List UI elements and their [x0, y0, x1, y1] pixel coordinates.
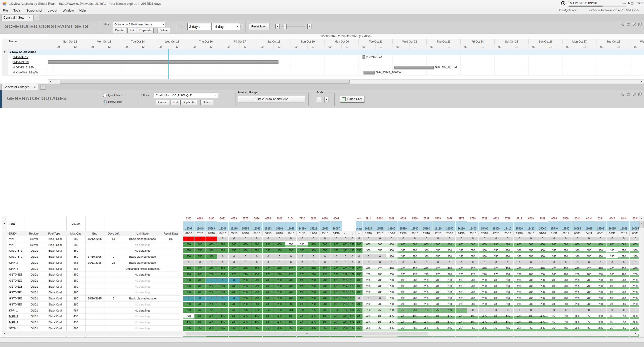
date-header[interactable]: 05/10	[229, 231, 240, 236]
capacity-cell[interactable]: 350	[285, 248, 297, 254]
capacity-cell[interactable]: 350	[183, 254, 194, 260]
capacity-cell[interactable]: 280	[274, 278, 285, 284]
capacity-cell[interactable]: 280	[374, 278, 386, 284]
capacity-cell[interactable]: 0	[356, 295, 363, 301]
capacity-cell[interactable]: 350	[456, 248, 467, 254]
capacity-cell[interactable]: 0	[560, 236, 572, 242]
capacity-cell[interactable]: 365	[479, 325, 490, 331]
capacity-cell[interactable]: 435	[514, 313, 525, 319]
capacity-cell[interactable]: 0	[308, 260, 319, 266]
capacity-cell[interactable]: 280	[319, 301, 331, 307]
capacity-cell[interactable]: 280	[525, 278, 537, 284]
capacity-cell[interactable]: 170	[349, 290, 356, 296]
capacity-cell[interactable]: 270	[251, 272, 263, 278]
capacity-cell[interactable]: 235	[342, 290, 349, 296]
capacity-cell[interactable]: 660	[525, 242, 537, 248]
capacity-cell[interactable]: 280	[217, 284, 228, 290]
date-header[interactable]: 21/10	[421, 231, 432, 236]
date-header[interactable]: 24/10	[456, 231, 467, 236]
capacity-cell[interactable]: 660	[490, 242, 502, 248]
capacity-cell[interactable]: 280	[297, 295, 308, 301]
capacity-cell[interactable]: 280	[618, 295, 630, 301]
capacity-cell[interactable]: 280	[240, 301, 251, 307]
capacity-cell[interactable]: 350	[572, 319, 583, 325]
capacity-cell[interactable]: 660	[409, 242, 421, 248]
capacity-cell[interactable]: 280	[363, 278, 374, 284]
capacity-cell[interactable]: 350	[432, 248, 444, 254]
capacity-cell[interactable]: 660	[308, 242, 319, 248]
capacity-cell[interactable]: 280	[467, 290, 479, 296]
capacity-cell[interactable]: 280	[514, 284, 525, 290]
capacity-cell[interactable]: 280	[548, 272, 560, 278]
capacity-cell[interactable]: 280	[319, 278, 331, 284]
capacity-cell[interactable]: 435	[274, 319, 285, 325]
date-header[interactable]: 08/10	[263, 231, 274, 236]
capacity-cell[interactable]: 280	[490, 290, 502, 296]
capacity-cell[interactable]: 350	[421, 254, 432, 260]
capacity-cell[interactable]: 280	[572, 295, 583, 301]
capacity-cell[interactable]: 435	[537, 319, 548, 325]
capacity-cell[interactable]: 435	[229, 319, 240, 325]
table-row[interactable]: STAN-1QLD1Black Coal385No deratings36536…	[2, 325, 639, 331]
constraint-set-link[interactable]: N-AVMN_16	[2, 60, 48, 65]
capacity-cell[interactable]: 0	[263, 254, 274, 260]
capacity-cell[interactable]: 280	[331, 278, 342, 284]
capacity-cell[interactable]: 280	[595, 272, 607, 278]
capacity-cell[interactable]: 280	[263, 295, 274, 301]
capacity-cell[interactable]: 0	[363, 236, 374, 242]
capacity-cell[interactable]: 280	[409, 278, 421, 284]
capacity-cell[interactable]: 270	[274, 272, 285, 278]
date-header[interactable]: 19/10	[397, 231, 409, 236]
capacity-cell[interactable]: 0	[206, 278, 217, 284]
duid-link[interactable]: GSTONE5	[9, 297, 22, 300]
capacity-cell[interactable]: 350	[251, 248, 263, 254]
capacity-cell[interactable]: 280	[285, 295, 297, 301]
capacity-cell[interactable]: 280	[572, 278, 583, 284]
capacity-cell[interactable]: 280	[595, 278, 607, 284]
capacity-cell[interactable]: 0	[397, 236, 409, 242]
capacity-cell[interactable]: 280	[432, 284, 444, 290]
capacity-cell[interactable]: 280	[206, 272, 217, 278]
capacity-cell[interactable]: 280	[560, 284, 572, 290]
capacity-cell[interactable]: 264	[349, 319, 356, 325]
capacity-cell[interactable]: 660	[583, 242, 595, 248]
edit-button[interactable]: Edit	[171, 100, 180, 105]
capacity-cell[interactable]: 420	[409, 266, 421, 272]
duplicate-button[interactable]: Duplicate	[137, 28, 154, 33]
capacity-cell[interactable]: 280	[572, 272, 583, 278]
capacity-cell[interactable]: 350	[479, 248, 490, 254]
capacity-cell[interactable]: 0	[363, 254, 374, 260]
capacity-cell[interactable]: 420	[583, 266, 595, 272]
table-row[interactable]: GSTONE3QLD1Black Coal280No deratings2802…	[2, 284, 639, 290]
capacity-cell[interactable]: 0	[525, 307, 537, 314]
capacity-cell[interactable]: 435	[297, 313, 308, 319]
capacity-cell[interactable]: 0	[583, 260, 595, 266]
capacity-cell[interactable]: 280	[479, 284, 490, 290]
capacity-cell[interactable]: 110	[349, 295, 356, 301]
capacity-cell[interactable]: 350	[456, 254, 467, 260]
duid-link[interactable]: GSTONE6	[9, 303, 22, 306]
capacity-cell[interactable]: 365	[502, 325, 514, 331]
capacity-cell[interactable]: 280	[583, 284, 595, 290]
capacity-cell[interactable]: 350	[490, 254, 502, 260]
capacity-cell[interactable]: 280	[560, 290, 572, 296]
menu-layout[interactable]: Layout	[45, 8, 60, 14]
capacity-cell[interactable]: 0	[548, 307, 560, 314]
duid-link[interactable]: GSTONE2	[9, 279, 22, 282]
capacity-cell[interactable]: 365	[421, 325, 432, 331]
capacity-cell[interactable]: 280	[607, 290, 618, 296]
capacity-cell[interactable]: 350	[618, 254, 630, 260]
constraint-set-link[interactable]: N-DTMN_8_15M	[2, 65, 48, 70]
table-row[interactable]: GSTONE6QLD1Black Coal280No deratings2802…	[2, 301, 639, 307]
capacity-cell[interactable]: 0	[595, 307, 607, 314]
capacity-cell[interactable]: 0	[331, 236, 342, 242]
capacity-cell[interactable]: 420	[308, 266, 319, 272]
table-row[interactable]: CPP_4QLD1Black Coal466Unplanned forced d…	[2, 266, 639, 272]
capacity-cell[interactable]: 0	[217, 260, 228, 266]
capacity-cell[interactable]: 280	[618, 290, 630, 296]
capacity-cell[interactable]: 280	[607, 295, 618, 301]
capacity-cell[interactable]: 280	[319, 284, 331, 290]
capacity-cell[interactable]: 280	[467, 301, 479, 307]
capacity-cell[interactable]: 420	[479, 266, 490, 272]
capacity-cell[interactable]: 270	[432, 272, 444, 278]
